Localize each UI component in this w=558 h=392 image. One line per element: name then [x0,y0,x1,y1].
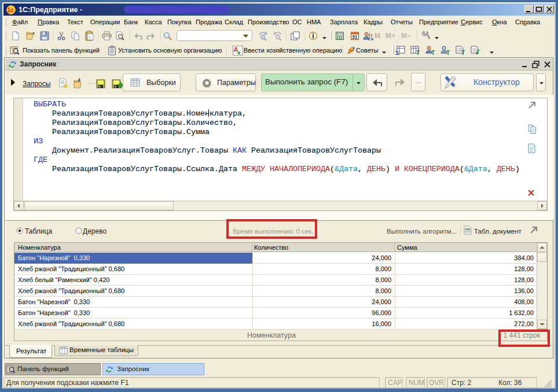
svg-text:T: T [431,50,435,56]
svg-text:T: T [446,50,450,56]
svg-text:T: T [416,50,420,56]
svg-text:Σ: Σ [395,49,399,56]
svg-text:T: T [461,50,465,56]
svg-text:31: 31 [352,34,358,40]
svg-text:T: T [476,49,480,54]
svg-text:1с: 1с [8,7,14,13]
svg-text:?: ? [352,46,355,52]
svg-text:к: к [238,50,241,56]
